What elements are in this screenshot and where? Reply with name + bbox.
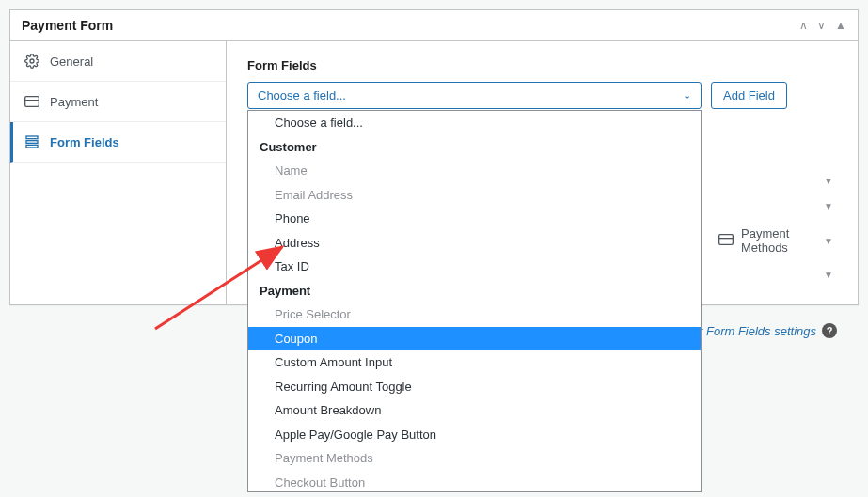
caret-down-icon: ▼ — [824, 270, 833, 280]
field-dropdown[interactable]: Choose a field... Customer Name Email Ad… — [247, 110, 702, 492]
tab-payment-label: Payment — [50, 95, 98, 109]
panel-collapse-icon[interactable]: ▲ — [835, 19, 846, 32]
dropdown-item-custom-amount[interactable]: Custom Amount Input — [248, 350, 701, 375]
help-icon[interactable]: ? — [822, 323, 837, 338]
dropdown-placeholder[interactable]: Choose a field... — [248, 111, 701, 135]
svg-rect-6 — [719, 234, 734, 244]
card-icon — [24, 93, 40, 110]
panel-header-actions: ∧ ∨ ▲ — [799, 19, 846, 32]
tab-form-fields[interactable]: Form Fields — [10, 122, 226, 163]
dropdown-item-coupon[interactable]: Coupon — [248, 327, 701, 351]
dropdown-item-recurring-toggle[interactable]: Recurring Amount Toggle — [248, 375, 701, 399]
caret-down-icon: ▼ — [824, 201, 833, 211]
tab-payment[interactable]: Payment — [10, 82, 226, 122]
field-selector-row: Choose a field... ⌄ Choose a field... Cu… — [247, 82, 837, 109]
dropdown-item-address[interactable]: Address — [248, 231, 701, 256]
field-summary-column: ▼ ▼ Payment Methods ▼ ▼ — [715, 168, 837, 287]
caret-down-icon: ▼ — [824, 236, 833, 246]
summary-row[interactable]: ▼ — [715, 194, 837, 219]
tab-form-fields-label: Form Fields — [50, 135, 119, 149]
main-content: Form Fields Choose a field... ⌄ Choose a… — [227, 41, 858, 304]
gear-icon — [24, 53, 40, 70]
svg-rect-3 — [26, 136, 38, 139]
svg-rect-5 — [26, 145, 38, 148]
tab-general[interactable]: General — [10, 41, 226, 82]
form-icon — [24, 133, 40, 150]
card-icon — [718, 234, 734, 248]
add-field-button[interactable]: Add Field — [711, 82, 787, 109]
svg-rect-1 — [25, 97, 39, 107]
summary-payment-methods-label: Payment Methods — [741, 226, 816, 255]
dropdown-item-email[interactable]: Email Address — [248, 183, 701, 208]
dropdown-item-apple-pay[interactable]: Apple Pay/Google Pay Button — [248, 423, 701, 447]
dropdown-item-name[interactable]: Name — [248, 159, 701, 183]
dropdown-item-price-selector[interactable]: Price Selector — [248, 303, 701, 327]
panel-body: General Payment Form Fields Form Fields — [10, 41, 858, 304]
tab-general-label: General — [50, 54, 93, 69]
caret-down-icon: ▼ — [824, 176, 833, 186]
chevron-down-icon: ⌄ — [683, 89, 691, 101]
dropdown-item-amount-breakdown[interactable]: Amount Breakdown — [248, 398, 701, 423]
docs-link[interactable]: s for Form Fields settings ? — [679, 323, 837, 338]
dropdown-group-customer: Customer — [248, 135, 701, 160]
dropdown-item-taxid[interactable]: Tax ID — [248, 255, 701, 279]
svg-point-0 — [30, 59, 34, 63]
panel-up-icon[interactable]: ∧ — [799, 19, 808, 32]
dropdown-group-payment: Payment — [248, 279, 701, 303]
summary-row[interactable]: ▼ — [715, 168, 837, 194]
payment-form-panel: Payment Form ∧ ∨ ▲ General Payment — [9, 9, 859, 305]
field-select[interactable]: Choose a field... ⌄ — [247, 82, 702, 109]
side-tabs: General Payment Form Fields — [10, 41, 227, 304]
dropdown-item-checkout-button[interactable]: Checkout Button — [248, 471, 701, 493]
field-select-wrap: Choose a field... ⌄ Choose a field... Cu… — [247, 82, 702, 109]
svg-rect-4 — [26, 141, 38, 144]
summary-row[interactable]: ▼ — [715, 262, 837, 287]
panel-title: Payment Form — [22, 18, 113, 33]
field-select-text: Choose a field... — [258, 88, 346, 102]
panel-down-icon[interactable]: ∨ — [817, 19, 826, 32]
panel-header: Payment Form ∧ ∨ ▲ — [10, 10, 858, 41]
summary-row-payment-methods[interactable]: Payment Methods ▼ — [715, 219, 837, 262]
section-label: Form Fields — [247, 58, 837, 72]
dropdown-item-payment-methods[interactable]: Payment Methods — [248, 446, 701, 471]
dropdown-item-phone[interactable]: Phone — [248, 207, 701, 231]
